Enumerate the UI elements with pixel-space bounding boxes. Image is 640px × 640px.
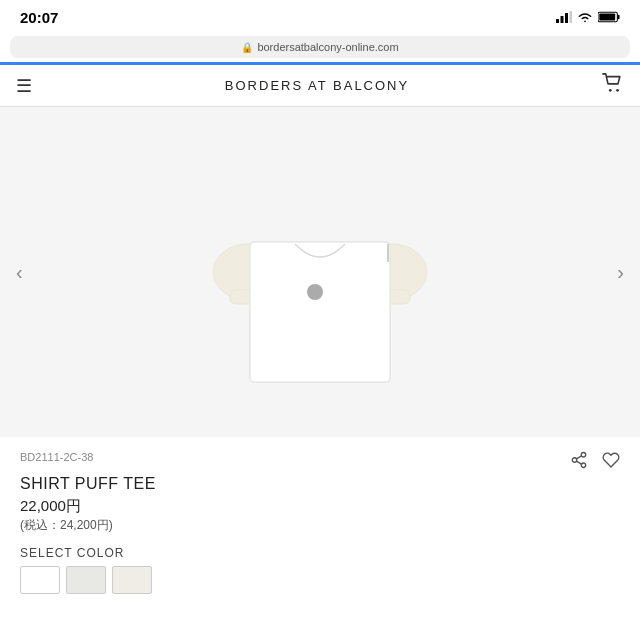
favorite-icon[interactable] (602, 451, 620, 473)
product-image-area: ‹ › (0, 107, 640, 437)
signal-icon (556, 11, 572, 23)
product-price-tax: (税込：24,200円) (20, 517, 620, 534)
product-header-row: BD2111-2C-38 (20, 451, 620, 473)
svg-rect-6 (599, 13, 615, 20)
url-bar[interactable]: 🔒 bordersatbalcony-online.com (10, 36, 630, 58)
url-text: bordersatbalcony-online.com (257, 41, 398, 53)
battery-icon (598, 11, 620, 23)
svg-rect-1 (561, 16, 564, 23)
svg-point-15 (307, 284, 323, 300)
wifi-icon (577, 11, 593, 23)
color-swatch-light-gray[interactable] (66, 566, 106, 594)
svg-rect-0 (556, 19, 559, 23)
prev-arrow[interactable]: ‹ (8, 253, 31, 292)
svg-point-17 (581, 453, 586, 458)
product-price: 22,000円 (20, 497, 620, 516)
select-color-label: SELECT COLOR (20, 546, 620, 560)
svg-rect-3 (570, 11, 573, 23)
svg-point-19 (581, 463, 586, 468)
menu-icon[interactable]: ☰ (16, 75, 32, 97)
nav-bar: ☰ BORDERS at BALCONY (0, 65, 640, 107)
next-arrow[interactable]: › (609, 253, 632, 292)
product-info: BD2111-2C-38 SHIRT PUFF TEE 22,000円 (0, 437, 640, 604)
svg-point-8 (616, 89, 619, 92)
brand-title: BORDERS at BALCONY (225, 78, 409, 93)
color-swatch-white[interactable] (20, 566, 60, 594)
color-swatch-cream[interactable] (112, 566, 152, 594)
cart-icon[interactable] (602, 73, 624, 98)
status-icons (556, 11, 620, 23)
svg-line-21 (576, 456, 581, 459)
product-sku: BD2111-2C-38 (20, 451, 93, 463)
url-bar-wrapper: 🔒 bordersatbalcony-online.com (0, 32, 640, 62)
svg-rect-5 (618, 15, 620, 19)
share-icon[interactable] (570, 451, 588, 473)
svg-rect-14 (250, 242, 390, 382)
product-name: SHIRT PUFF TEE (20, 475, 620, 493)
svg-line-20 (576, 461, 581, 464)
svg-point-18 (572, 458, 577, 463)
url-lock-icon: 🔒 (241, 42, 253, 53)
svg-point-7 (609, 89, 612, 92)
color-swatches (20, 566, 620, 594)
product-image (210, 162, 430, 402)
svg-rect-2 (565, 13, 568, 23)
status-time: 20:07 (20, 9, 58, 26)
status-bar: 20:07 (0, 0, 640, 32)
